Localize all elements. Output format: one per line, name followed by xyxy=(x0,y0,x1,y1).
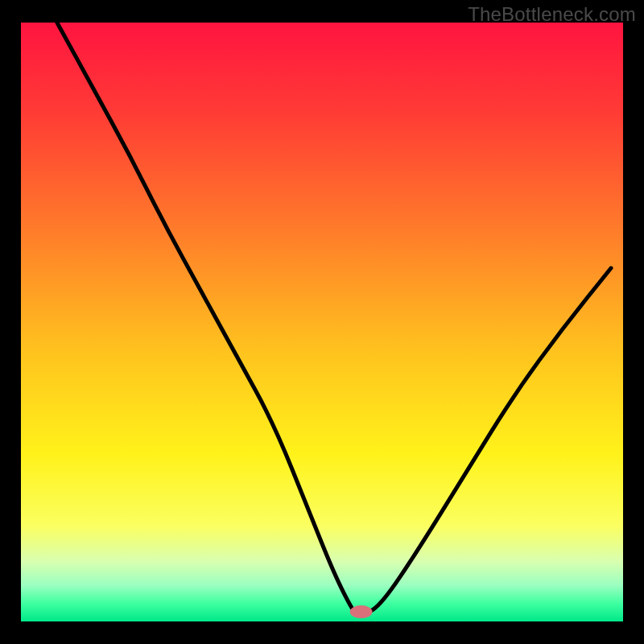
minimum-marker xyxy=(350,605,373,618)
watermark-text: TheBottleneck.com xyxy=(468,3,636,26)
bottleneck-chart xyxy=(0,0,644,644)
plot-background xyxy=(21,23,623,621)
chart-frame: TheBottleneck.com xyxy=(0,0,644,644)
